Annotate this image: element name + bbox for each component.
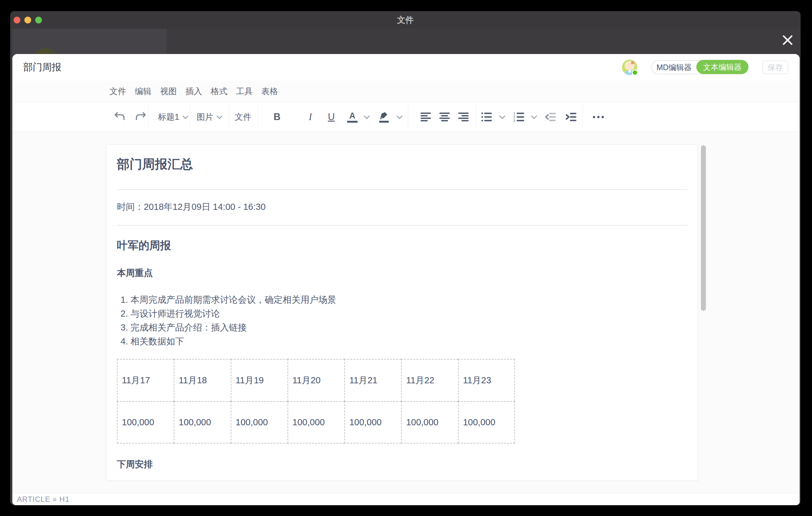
bold-button[interactable]: B [274,111,281,122]
element-path-breadcrumb: ARTICLE » H1 [17,495,69,504]
md-editor-tab[interactable]: MD编辑器 [652,62,696,73]
table-cell-value[interactable]: 100,000 [288,401,344,443]
highlighter-icon [377,111,390,123]
table-cell-value[interactable]: 100,000 [344,401,401,443]
chevron-down-icon [397,113,403,119]
table-cell-date[interactable]: 11月17 [117,359,174,401]
table-cell-value[interactable]: 100,000 [231,401,288,443]
toolbar-separator [258,104,258,129]
doc-table: 11月1711月1811月1911月2011月2111月2211月23 100,… [117,359,515,443]
menu-item[interactable]: 表格 [261,86,278,97]
window-title: 文件 [397,15,414,26]
indent-button[interactable] [566,112,577,122]
highlight-button[interactable] [377,111,390,123]
outdent-button[interactable] [545,112,556,122]
horizontal-rule [117,189,687,190]
screen: 文件 部门周报 MD编辑器 文本编辑器 [0,0,812,516]
menu-item[interactable]: 插入 [185,86,202,97]
menu-bar: 文件编辑视图插入格式工具表格 [12,81,800,102]
insert-file-button[interactable]: 文件 [235,111,252,122]
redo-button[interactable] [135,112,147,122]
doc-list-item[interactable]: 本周完成产品前期需求讨论会议，确定相关用户场景 [130,293,687,307]
menu-item[interactable]: 工具 [236,86,253,97]
window-titlebar: 文件 [10,11,801,29]
svg-text:3: 3 [513,119,515,122]
table-cell-date[interactable]: 11月22 [401,359,458,401]
toolbar-separator [476,104,476,129]
toolbar-separator [190,104,190,129]
font-color-dropdown[interactable] [365,116,369,118]
table-cell-value[interactable]: 100,000 [401,401,458,443]
table-cell-value[interactable]: 100,000 [174,401,230,443]
user-avatar[interactable] [622,60,637,75]
bullet-list-icon [481,112,492,122]
save-button[interactable]: 保存 [762,60,788,74]
doc-list-item[interactable]: 相关数据如下 [130,335,687,348]
menu-item[interactable]: 编辑 [135,86,151,97]
insert-image-dropdown[interactable]: 图片 [197,111,222,122]
doc-list-item[interactable]: 完成相关产品介绍：插入链接 [130,321,687,335]
redo-icon [135,112,147,122]
doc-time-line[interactable]: 时间：2018年12月09日 14:00 - 16:30 [117,200,687,213]
undo-button[interactable] [114,112,125,122]
horizontal-rule [117,225,687,226]
menu-item[interactable]: 视图 [160,86,177,97]
table-cell-date[interactable]: 11月23 [458,359,515,401]
indent-icon [566,112,577,122]
doc-list-item[interactable]: 与设计师进行视觉讨论 [130,307,687,321]
align-right-button[interactable] [458,112,469,122]
doc-heading-3-focus[interactable]: 本周重点 [117,266,687,279]
macos-window: 文件 部门周报 MD编辑器 文本编辑器 [10,11,801,505]
table-row-values: 100,000100,000100,000100,000100,000100,0… [117,401,515,443]
editor-mode-toggle: MD编辑器 文本编辑器 [651,60,749,75]
highlight-dropdown[interactable] [397,116,402,118]
online-status-dot [632,69,638,76]
table-cell-date[interactable]: 11月18 [174,359,230,401]
editor-content-area: 部门周报汇总 时间：2018年12月09日 14:00 - 16:30 叶军的周… [12,132,800,493]
numbered-list-button[interactable]: 1 2 3 [513,112,524,122]
close-traffic-light[interactable] [13,17,20,24]
font-color-button[interactable]: A [347,111,357,122]
doc-heading-1[interactable]: 部门周报汇总 [117,156,687,173]
underline-button[interactable]: U [328,111,335,122]
menu-item[interactable]: 文件 [110,86,126,97]
toolbar-separator [408,104,408,129]
minimize-traffic-light[interactable] [24,17,31,24]
more-tools-button[interactable]: ••• [593,112,606,122]
svg-text:1: 1 [513,112,515,115]
bullet-list-button[interactable] [481,112,492,122]
italic-button[interactable]: I [309,111,312,122]
underline-icon: U [328,111,335,122]
numbered-list-dropdown[interactable] [532,116,536,118]
chevron-down-icon [531,113,537,119]
toolbar-separator [148,104,149,129]
table-cell-value[interactable]: 100,000 [458,401,515,443]
editor-modal: 部门周报 MD编辑器 文本编辑器 保存 文件编辑视图插入格式工 [12,54,800,505]
bullet-list-dropdown[interactable] [500,116,504,118]
italic-icon: I [309,111,312,122]
table-cell-date[interactable]: 11月21 [344,359,401,401]
table-cell-value[interactable]: 100,000 [117,401,174,443]
heading-style-dropdown[interactable]: 标题1 [158,111,187,122]
table-cell-date[interactable]: 11月19 [231,359,288,401]
chevron-down-icon [182,113,188,119]
font-color-icon: A [347,111,357,122]
chevron-down-icon [216,113,223,119]
svg-text:2: 2 [513,115,515,119]
align-center-button[interactable] [439,112,450,122]
table-row-dates: 11月1711月1811月1911月2011月2111月2211月23 [117,359,515,401]
bold-icon: B [274,111,281,122]
document-page[interactable]: 部门周报汇总 时间：2018年12月09日 14:00 - 16:30 叶军的周… [107,144,698,481]
align-right-icon [458,112,469,122]
doc-heading-2[interactable]: 叶军的周报 [117,238,687,253]
table-cell-date[interactable]: 11月20 [288,359,344,401]
doc-heading-3-next[interactable]: 下周安排 [117,458,687,470]
status-bar: ARTICLE » H1 [12,493,800,505]
document-title: 部门周报 [23,61,61,74]
scrollbar-thumb[interactable] [701,145,706,311]
close-icon[interactable] [780,33,795,48]
text-editor-tab[interactable]: 文本编辑器 [696,60,749,74]
align-left-button[interactable] [420,112,431,122]
menu-item[interactable]: 格式 [211,86,227,97]
zoom-traffic-light[interactable] [35,17,42,24]
